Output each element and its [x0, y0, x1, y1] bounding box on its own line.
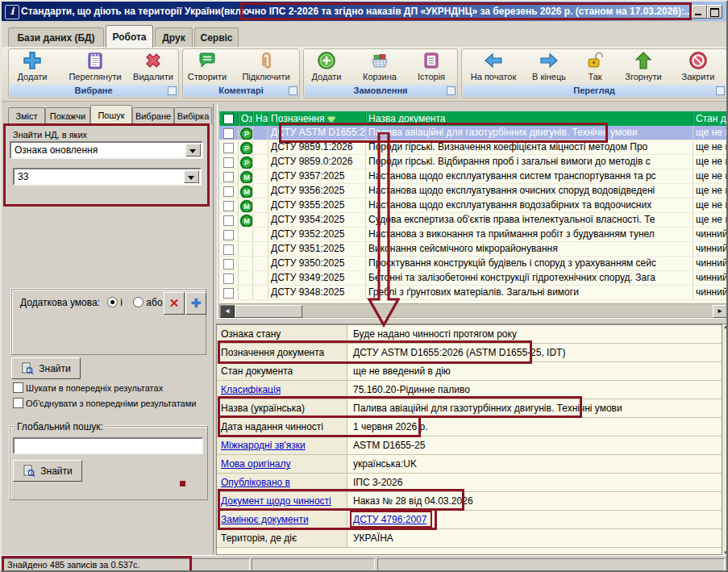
find-button[interactable]: Знайти [11, 357, 81, 379]
detail-value[interactable]: ДСТУ 4796:2007 [348, 511, 722, 528]
dialog-launcher-icon[interactable] [447, 86, 456, 95]
dialog-launcher-icon[interactable] [168, 86, 177, 95]
header-checkbox-icon[interactable] [223, 114, 234, 124]
row-checkbox-cell[interactable] [219, 286, 239, 299]
create-comment-button[interactable]: Створити [184, 50, 231, 86]
dialog-launcher-icon[interactable] [716, 86, 725, 95]
row-checkbox-cell[interactable] [219, 184, 239, 198]
row-checkbox-cell[interactable] [219, 198, 239, 212]
maximize-button[interactable] [707, 5, 722, 19]
table-row[interactable]: ДСТУ 9351:2025 Виконання сейсмічного мік… [219, 242, 728, 257]
scroll-left-icon[interactable]: ◄ [220, 305, 235, 318]
table-row[interactable]: P ДСТУ ASTM D1655:2026 ( Палива авіаційн… [219, 126, 728, 140]
horizontal-splitter[interactable] [216, 318, 728, 324]
radio-or-icon[interactable] [133, 297, 144, 307]
close-button[interactable]: Закрити [674, 50, 722, 86]
row-checkbox-icon[interactable] [223, 172, 234, 182]
row-checkbox-icon[interactable] [223, 273, 234, 284]
basket-button[interactable]: Корзина [355, 50, 405, 86]
table-row[interactable]: ДСТУ 9352:2025 Настанова з виконання та … [219, 228, 728, 242]
tab-service[interactable]: Сервіс [194, 27, 239, 47]
search-value-combobox[interactable]: 33 [13, 168, 202, 186]
lock-toggle-button[interactable]: Так [577, 50, 613, 86]
add-order-button[interactable]: Додати [306, 50, 347, 86]
attach-comment-button[interactable]: Підключити [235, 50, 297, 86]
row-checkbox-icon[interactable] [223, 244, 234, 255]
table-row[interactable]: ДСТУ 9348:2025 Греблі з ґрунтових матері… [219, 286, 728, 300]
tab-databases[interactable]: Бази даних (БД) [8, 27, 104, 47]
minimize-button[interactable] [692, 5, 707, 19]
row-checkbox-cell[interactable] [219, 169, 239, 183]
detail-label[interactable]: Замінює документи [217, 511, 347, 528]
scrollbar-thumb[interactable] [235, 305, 302, 318]
table-row[interactable]: M ДСТУ 9357:2025 Настанова щодо експлуат… [219, 169, 728, 184]
row-checkbox-cell[interactable] [219, 213, 239, 227]
chevron-down-icon[interactable] [185, 144, 201, 157]
header-doc-title[interactable]: Назва документа [366, 111, 693, 126]
row-checkbox-icon[interactable] [223, 259, 234, 269]
table-row[interactable]: M ДСТУ 9356:2025 Настанова щодо експлуат… [219, 184, 728, 198]
global-search-input[interactable] [13, 437, 203, 454]
delete-condition-button[interactable]: ✕ [164, 292, 185, 315]
row-checkbox-icon[interactable] [223, 201, 234, 211]
row-checkbox-cell[interactable] [219, 155, 239, 169]
sidebar-tab-contents[interactable]: Зміст [8, 107, 45, 124]
radio-or[interactable]: або [133, 297, 163, 308]
table-row[interactable]: P ДСТУ 9859.1:2026 Породи гірські. Визна… [219, 140, 728, 155]
header-state[interactable]: Стан док [693, 111, 728, 126]
header-designation[interactable]: Позначення [268, 111, 366, 126]
add-condition-button[interactable]: ✚ [185, 292, 206, 315]
radio-and-icon[interactable] [107, 297, 118, 307]
merge-previous-checkbox-row[interactable]: Об'єднувати з попередніми результатами [13, 398, 210, 408]
tab-print[interactable]: Друк [155, 27, 193, 47]
sidebar-tab-selection[interactable]: Вибірка [174, 107, 212, 124]
sidebar-tab-search[interactable]: Пошук [90, 105, 132, 124]
table-row[interactable]: P ДСТУ 9859.0:2026 Породи гірські. Відби… [219, 155, 728, 169]
tab-work[interactable]: Робота [106, 25, 153, 48]
row-checkbox-cell[interactable] [219, 126, 239, 140]
row-checkbox-icon[interactable] [223, 186, 234, 197]
row-checkbox-cell[interactable] [219, 257, 239, 270]
header-checkbox-cell[interactable] [219, 111, 239, 126]
table-row[interactable]: ДСТУ 9349:2025 Бетонні та залізобетонні … [219, 271, 728, 286]
details-vertical-scrollbar[interactable]: ▲▼ [722, 324, 728, 555]
collapse-button[interactable]: Згорнути [618, 50, 669, 86]
row-checkbox-cell[interactable] [219, 140, 239, 154]
header-name-short[interactable]: Наз [253, 111, 268, 126]
detail-label[interactable]: Класифікація [217, 381, 347, 399]
row-checkbox-icon[interactable] [223, 128, 234, 139]
detail-label[interactable]: Мова оригіналу [217, 455, 347, 473]
table-row[interactable]: ДСТУ 9350:2025 Проєктування конструкцій … [219, 257, 728, 271]
row-checkbox-icon[interactable] [223, 157, 234, 168]
row-checkbox-icon[interactable] [223, 288, 234, 299]
checkbox-icon[interactable] [13, 398, 23, 408]
history-button[interactable]: Історія [410, 50, 453, 86]
row-checkbox-icon[interactable] [223, 230, 234, 240]
dialog-launcher-icon[interactable] [289, 86, 297, 95]
row-checkbox-cell[interactable] [219, 228, 239, 241]
delete-favorite-button[interactable]: Видалити [131, 50, 176, 86]
table-row[interactable]: M ДСТУ 9354:2025 Судова експертиза об'єк… [219, 213, 728, 228]
radio-and[interactable]: і [107, 297, 123, 308]
detail-label[interactable]: Міжнародні зв'язки [217, 436, 347, 454]
scroll-up-icon[interactable]: ▲ [722, 324, 728, 329]
scroll-right-icon[interactable]: ► [713, 305, 727, 318]
header-mark[interactable]: Озн [239, 111, 253, 126]
detail-label[interactable]: Документ щодо чинності [217, 492, 347, 510]
go-first-button[interactable]: На початок [464, 50, 522, 86]
checkbox-icon[interactable] [13, 382, 23, 393]
search-previous-checkbox-row[interactable]: Шукати в попередніх результатах [13, 382, 163, 393]
go-last-button[interactable]: В кінець [526, 50, 572, 86]
row-checkbox-icon[interactable] [223, 143, 234, 153]
detail-label[interactable]: Опубліковано в [217, 474, 347, 491]
row-checkbox-icon[interactable] [223, 215, 234, 226]
view-favorite-button[interactable]: Переглянути [60, 50, 131, 86]
row-checkbox-cell[interactable] [219, 242, 239, 256]
search-kind-combobox[interactable]: Ознака оновлення [10, 141, 203, 159]
row-checkbox-cell[interactable] [219, 271, 239, 285]
sidebar-tab-indexes[interactable]: Покажчи [45, 107, 90, 124]
table-row[interactable]: M ДСТУ 9355:2025 Настанова щодо експлуат… [219, 198, 728, 213]
chevron-down-icon[interactable] [184, 170, 199, 183]
sidebar-tab-favorites[interactable]: Вибране [132, 107, 174, 124]
global-find-button[interactable]: Знайти [13, 460, 82, 482]
